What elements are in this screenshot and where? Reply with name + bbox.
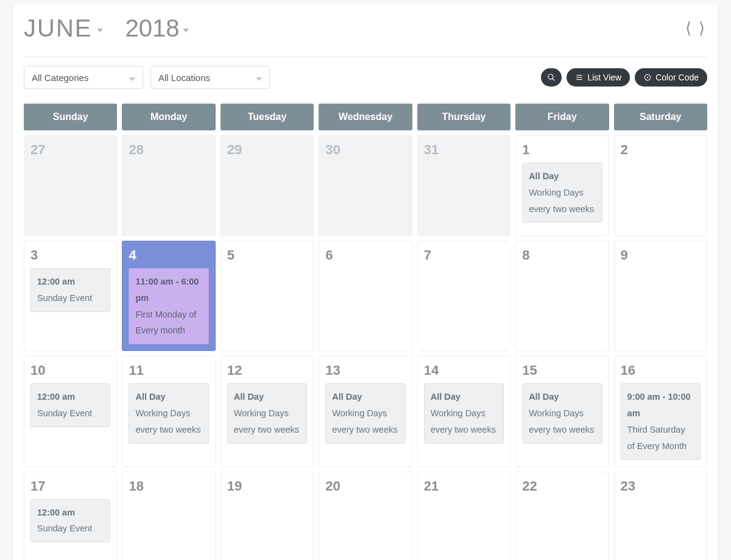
location-select[interactable]: All Locations xyxy=(150,66,270,89)
calendar-cell[interactable]: 7 xyxy=(417,241,510,351)
calendar-cell[interactable]: 1012:00 amSunday Event xyxy=(24,356,117,466)
calendar-cell[interactable]: 30 xyxy=(319,135,412,236)
day-number: 4 xyxy=(129,247,208,263)
calendar-cell[interactable]: 15All DayWorking Days every two weeks xyxy=(515,356,609,466)
calendar-cell[interactable]: 14All DayWorking Days every two weeks xyxy=(417,356,510,466)
event-title: Sunday Event xyxy=(37,405,104,422)
svg-line-1 xyxy=(553,79,555,81)
calendar-event[interactable]: All DayWorking Days every two weeks xyxy=(522,163,602,222)
color-code-label: Color Code xyxy=(655,73,699,82)
calendar-cell[interactable]: 28 xyxy=(122,135,215,236)
next-month-button[interactable]: ⟩ xyxy=(696,18,707,39)
event-time: All Day xyxy=(135,389,202,405)
day-number: 18 xyxy=(129,478,208,494)
event-time: 9:00 am - 10:00 am xyxy=(627,389,694,422)
calendar-event[interactable]: 12:00 amSunday Event xyxy=(30,383,110,427)
calendar-event[interactable]: All DayWorking Days every two weeks xyxy=(227,383,307,443)
calendar-cell[interactable]: 29 xyxy=(221,135,314,236)
calendar-cell[interactable]: 8 xyxy=(515,241,609,351)
search-button[interactable] xyxy=(541,68,562,87)
event-title: First Monday of Every month xyxy=(135,307,202,339)
svg-point-0 xyxy=(548,74,553,79)
weekday-header: Tuesday xyxy=(221,104,314,130)
calendar-cell[interactable]: 21 xyxy=(417,472,510,561)
event-time: All Day xyxy=(529,168,595,185)
day-number: 16 xyxy=(621,363,701,378)
calendar-cell[interactable]: 6 xyxy=(319,241,412,351)
calendar-cell[interactable]: 13All DayWorking Days every two weeks xyxy=(319,356,412,466)
event-title: Working Days every two weeks xyxy=(431,405,497,438)
weekday-header: Sunday xyxy=(24,104,117,130)
calendar-cell[interactable]: 11All DayWorking Days every two weeks xyxy=(122,356,215,466)
event-title: Third Saturday of Every Month xyxy=(627,422,694,455)
weekday-header: Wednesday xyxy=(319,104,412,130)
caret-down-icon xyxy=(97,29,103,32)
target-icon xyxy=(643,73,652,82)
weekday-header: Saturday xyxy=(614,104,707,130)
calendar-cell[interactable]: 1All DayWorking Days every two weeks xyxy=(515,135,609,236)
event-title: Working Days every two weeks xyxy=(529,405,595,438)
day-number: 31 xyxy=(424,142,504,158)
weekday-header: Friday xyxy=(515,104,609,130)
day-number: 28 xyxy=(129,142,208,158)
day-number: 9 xyxy=(621,247,701,263)
month-picker[interactable]: JUNE xyxy=(24,15,103,42)
event-time: 11:00 am - 6:00 pm xyxy=(135,274,202,307)
day-number: 27 xyxy=(30,142,110,158)
day-number: 11 xyxy=(129,363,208,378)
color-code-button[interactable]: Color Code xyxy=(635,68,707,87)
list-icon xyxy=(575,73,584,82)
day-number: 23 xyxy=(621,478,701,494)
calendar-cell[interactable]: 22 xyxy=(515,472,609,561)
calendar-event[interactable]: 11:00 am - 6:00 pmFirst Monday of Every … xyxy=(129,268,208,344)
calendar-cell[interactable]: 31 xyxy=(417,135,510,236)
event-title: Working Days every two weeks xyxy=(234,405,300,438)
day-number: 6 xyxy=(325,247,405,263)
calendar-event[interactable]: All DayWorking Days every two weeks xyxy=(522,383,602,443)
day-number: 29 xyxy=(227,142,307,158)
calendar-event[interactable]: 12:00 amSunday Event xyxy=(30,499,110,543)
calendar-cell[interactable]: 27 xyxy=(24,135,117,236)
year-label: 2018 xyxy=(125,15,179,42)
event-time: All Day xyxy=(234,389,300,405)
calendar-event[interactable]: 12:00 amSunday Event xyxy=(30,268,110,312)
list-view-button[interactable]: List View xyxy=(567,68,630,87)
calendar-cell[interactable]: 18 xyxy=(122,472,215,561)
calendar-event[interactable]: All DayWorking Days every two weeks xyxy=(424,383,504,443)
day-number: 8 xyxy=(522,247,602,263)
search-icon xyxy=(547,73,556,82)
day-number: 1 xyxy=(522,142,602,158)
svg-point-6 xyxy=(647,77,648,78)
event-time: 12:00 am xyxy=(37,389,104,405)
event-time: 12:00 am xyxy=(37,505,104,521)
calendar-event[interactable]: 9:00 am - 10:00 amThird Saturday of Ever… xyxy=(621,383,701,459)
calendar-cell[interactable]: 312:00 amSunday Event xyxy=(24,241,117,351)
calendar-event[interactable]: All DayWorking Days every two weeks xyxy=(325,383,405,443)
day-number: 7 xyxy=(424,247,504,263)
calendar-cell[interactable]: 1712:00 amSunday Event xyxy=(24,472,117,561)
calendar-cell[interactable]: 169:00 am - 10:00 amThird Saturday of Ev… xyxy=(614,356,707,466)
day-number: 14 xyxy=(424,363,504,378)
prev-month-button[interactable]: ⟨ xyxy=(683,18,694,39)
calendar-toolbar: All Categories All Locations List View C… xyxy=(24,57,707,104)
calendar-cell[interactable]: 20 xyxy=(319,472,412,561)
day-number: 22 xyxy=(522,478,602,494)
calendar-cell[interactable]: 5 xyxy=(221,241,314,351)
day-number: 17 xyxy=(30,478,110,494)
category-select[interactable]: All Categories xyxy=(24,66,143,89)
calendar-event[interactable]: All DayWorking Days every two weeks xyxy=(129,383,208,443)
weekday-header: Monday xyxy=(122,104,215,130)
calendar-cell[interactable]: 2 xyxy=(614,135,707,236)
calendar-cell[interactable]: 19 xyxy=(221,472,314,561)
calendar-cell[interactable]: 12All DayWorking Days every two weeks xyxy=(221,356,314,466)
event-title: Working Days every two weeks xyxy=(332,405,398,438)
year-picker[interactable]: 2018 xyxy=(103,15,189,42)
list-view-label: List View xyxy=(587,73,621,82)
calendar-cell[interactable]: 9 xyxy=(614,241,707,351)
calendar-cell[interactable]: 23 xyxy=(614,472,707,561)
caret-down-icon xyxy=(183,29,189,32)
calendar-cell[interactable]: 411:00 am - 6:00 pmFirst Monday of Every… xyxy=(122,241,215,351)
event-time: 12:00 am xyxy=(37,274,104,290)
calendar-header: JUNE 2018 ⟨ ⟩ xyxy=(24,4,707,57)
day-number: 20 xyxy=(325,478,405,494)
